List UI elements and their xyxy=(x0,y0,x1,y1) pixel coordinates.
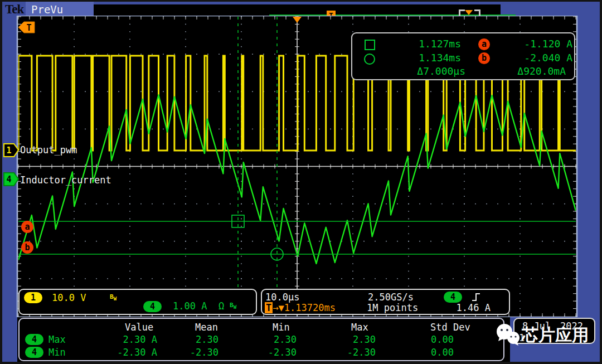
column-header-value: Value xyxy=(125,322,153,333)
cursor-readout-box[interactable]: 1.127ms 1.134ms a b -1.120 A -2.040 A Δ7… xyxy=(351,32,575,80)
wechat-icon xyxy=(495,322,522,348)
ch1-bandwidth-icon: BW xyxy=(110,293,116,302)
meas2-stddev: 0.00 xyxy=(398,347,454,358)
rising-edge-icon xyxy=(471,292,481,303)
meas1-channel-badge: 4 xyxy=(25,334,43,345)
cursor-a-badge: a xyxy=(478,38,490,50)
ch4-bandwidth-icon: BW xyxy=(230,302,236,310)
ch4-badge[interactable]: 4 xyxy=(143,301,162,312)
meas1-value: 2.30 A xyxy=(101,334,157,345)
channel1-label: Output_pwm xyxy=(20,144,77,156)
trigger-source-badge: 4 xyxy=(444,292,462,303)
meas1-name: Max xyxy=(48,334,66,345)
cursor-b-badge: b xyxy=(478,52,490,64)
meas1-max: 2.30 xyxy=(320,334,376,345)
sample-rate-readout: 2.50GS/s xyxy=(368,292,414,303)
ch1-badge[interactable]: 1 xyxy=(24,292,42,303)
arrow-right-icon: → xyxy=(273,302,278,313)
timebase-readout: 10.0μs xyxy=(265,292,299,303)
meas2-max: -2.30 xyxy=(320,347,376,358)
column-header-min: Min xyxy=(273,322,290,333)
trigger-t-icon: T xyxy=(265,302,273,313)
record-length-readout: 1M points xyxy=(367,302,418,313)
oscilloscope-screen: Tek PreVu T T14ab Output_pwm Inductor_cu… xyxy=(0,0,602,364)
acquisition-status: PreVu xyxy=(31,3,63,16)
ch4-ground-marker-number: 4 xyxy=(6,174,11,185)
watermark: 芯片应用 xyxy=(495,322,589,348)
cursor2-circle-icon xyxy=(364,54,375,65)
ch4-scale: 1.00 A xyxy=(173,300,207,312)
ch1-scale: 10.0 V xyxy=(52,292,86,303)
cursor-a-edge-badge-letter: a xyxy=(25,222,30,232)
ch1-ground-marker-number: 1 xyxy=(6,145,11,156)
horizontal-readout-box[interactable]: 10.0μs 2.50GS/s 4 T→▼1.13720ms 1M points… xyxy=(261,289,510,315)
meas1-min: 2.30 xyxy=(241,334,297,345)
meas2-mean: -2.30 xyxy=(163,347,219,358)
meas2-name: Min xyxy=(48,347,66,358)
cursor-delta-time: Δ7.000μs xyxy=(386,65,465,77)
column-header-max: Max xyxy=(351,322,368,333)
meas1-stddev: 0.00 xyxy=(398,334,454,345)
cursor2-time: 1.134ms xyxy=(402,52,461,64)
trigger-position-triangle-icon: ▼ xyxy=(279,302,284,313)
ch4-coupling-icon: Ω xyxy=(219,300,224,312)
trigger-flag-letter: T xyxy=(26,23,31,33)
meas1-mean: 2.30 xyxy=(163,334,219,345)
cursor1-square-icon xyxy=(365,40,375,50)
cursor-a-amplitude: -1.120 A xyxy=(496,38,572,50)
meas2-value: -2.30 A xyxy=(101,347,157,358)
cursor-b-edge-badge-letter: b xyxy=(25,242,30,253)
column-header-mean: Mean xyxy=(195,322,218,333)
measurement-table[interactable]: Value Mean Min Max Std Dev 4 Max 2.30 A … xyxy=(18,318,504,361)
record-overview-strip[interactable]: T xyxy=(94,4,501,17)
trigger-level-readout: 1.46 A xyxy=(439,302,491,313)
meas2-min: -2.30 xyxy=(241,347,297,358)
channel-readout-box[interactable]: 1 10.0 V BW 4 1.00 A Ω BW xyxy=(18,289,257,315)
cursor1-time: 1.127ms xyxy=(402,38,461,50)
window-position-triangle-icon xyxy=(465,10,473,15)
watermark-text: 芯片应用 xyxy=(522,324,589,347)
cursor-delta-amplitude: Δ920.0mA xyxy=(486,65,566,77)
column-header-stddev: Std Dev xyxy=(430,322,470,333)
meas2-channel-badge: 4 xyxy=(25,347,43,358)
trigger-delay-readout: T→▼1.13720ms xyxy=(265,302,336,313)
channel4-label: Inductor_current xyxy=(20,174,111,186)
tek-logo: Tek xyxy=(5,2,23,17)
cursor-b-amplitude: -2.040 A xyxy=(496,52,572,64)
